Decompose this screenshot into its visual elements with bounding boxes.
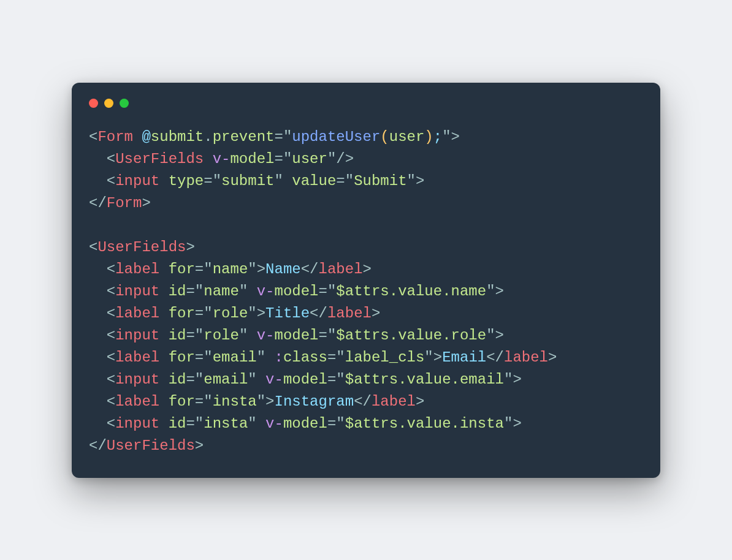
- code-token-paren: (: [380, 129, 389, 145]
- code-token-punct: >: [433, 349, 442, 366]
- code-token-punct: </: [89, 437, 107, 454]
- code-token-punct: ": [407, 173, 416, 189]
- code-token-punct: <: [107, 327, 115, 344]
- code-token-string: $attrs.value.role: [336, 327, 486, 344]
- code-token-tag: UserFields: [107, 437, 195, 454]
- code-token-plain: [248, 283, 256, 300]
- code-token-plain: [283, 173, 292, 189]
- code-token-kw: v-: [265, 415, 283, 432]
- code-token-punct: <: [107, 305, 115, 322]
- code-token-string: email: [204, 371, 248, 388]
- code-token-string: $attrs.value.name: [336, 283, 486, 300]
- code-token-attr: id: [169, 415, 186, 432]
- code-token-attr: for: [169, 349, 195, 366]
- code-token-string: user: [292, 151, 327, 167]
- code-token-tag: label: [115, 349, 159, 366]
- code-token-tag: label: [115, 305, 159, 322]
- code-token-punct: ": [248, 415, 256, 432]
- code-token-punct: =: [186, 415, 194, 432]
- code-token-plain: [204, 151, 212, 167]
- code-token-tag: label: [372, 393, 416, 410]
- code-token-punct: <: [107, 371, 115, 388]
- code-token-tag: input: [115, 371, 159, 388]
- code-token-punct: <: [107, 415, 115, 432]
- code-token-plain: [159, 305, 168, 322]
- code-token-punct: ": [204, 305, 212, 322]
- code-token-string: role: [213, 305, 248, 322]
- code-token-tag: label: [327, 305, 372, 322]
- code-token-attr: id: [169, 283, 186, 300]
- code-token-punct: ": [195, 327, 204, 344]
- code-token-kw: :: [275, 349, 283, 366]
- code-token-content: Email: [442, 349, 486, 366]
- code-token-punct: ": [327, 151, 336, 167]
- code-token-paren: ): [424, 129, 433, 145]
- code-token-punct: >: [257, 305, 265, 322]
- code-token-punct: =: [195, 349, 204, 366]
- minimize-icon[interactable]: [104, 99, 113, 108]
- code-token-string: $attrs.value.insta: [345, 415, 504, 432]
- close-icon[interactable]: [89, 99, 98, 108]
- code-token-punct: ": [336, 415, 345, 432]
- code-token-plain: [159, 283, 168, 300]
- code-token-plain: [257, 371, 265, 388]
- code-token-tag: Form: [107, 195, 142, 211]
- code-token-plain: [159, 349, 168, 366]
- code-block: <Form @submit.prevent="updateUser(user);…: [89, 126, 643, 457]
- code-token-punct: =: [274, 151, 283, 167]
- code-token-punct: ": [204, 261, 212, 278]
- code-token-punct: =: [274, 129, 283, 145]
- code-token-punct: ": [257, 393, 265, 410]
- code-token-attr: value: [292, 173, 336, 189]
- code-token-kw: v-: [257, 327, 275, 344]
- code-token-punct: ": [504, 371, 513, 388]
- code-token-punct: <: [107, 349, 115, 366]
- code-token-punct: ": [213, 173, 221, 189]
- code-token-tag: input: [115, 173, 159, 189]
- code-token-plain: [159, 261, 168, 278]
- code-token-tag: label: [115, 393, 159, 410]
- code-token-punct: =: [327, 349, 336, 366]
- code-token-tag: label: [319, 261, 363, 278]
- window-traffic-lights: [89, 99, 643, 108]
- code-token-string: name: [213, 261, 248, 278]
- code-token-attr: id: [169, 371, 186, 388]
- code-token-plain: [257, 415, 265, 432]
- code-token-kw: v-: [257, 283, 275, 300]
- code-token-plain: [159, 371, 168, 388]
- code-token-punct: ": [327, 283, 336, 300]
- code-token-punct: ": [442, 129, 451, 145]
- code-window: <Form @submit.prevent="updateUser(user);…: [72, 83, 660, 478]
- code-token-punct: </: [89, 195, 107, 211]
- code-token-punct: >: [495, 283, 504, 300]
- code-token-tag: UserFields: [97, 239, 186, 255]
- code-token-attr: for: [169, 393, 195, 410]
- code-token-string: email: [213, 349, 257, 366]
- code-token-punct: >: [495, 327, 504, 344]
- code-token-plain: [265, 349, 274, 366]
- code-token-punct: ": [486, 327, 495, 344]
- code-token-punct: >: [416, 393, 424, 410]
- zoom-icon[interactable]: [120, 99, 129, 108]
- code-token-string: Submit: [354, 173, 406, 189]
- code-token-punct: .: [204, 129, 212, 145]
- code-token-tag: input: [115, 327, 159, 344]
- code-token-plain: [159, 415, 168, 432]
- code-token-attr: prevent: [213, 129, 275, 145]
- code-token-punct: =: [195, 261, 204, 278]
- code-token-punct: >: [513, 415, 521, 432]
- code-token-string: user: [389, 129, 425, 145]
- code-token-punct: <: [107, 151, 115, 167]
- code-token-punct: >: [416, 173, 424, 189]
- code-token-plain: [133, 129, 142, 145]
- code-token-punct: </: [310, 305, 327, 322]
- code-token-punct: >: [195, 437, 204, 454]
- code-token-tag: input: [115, 415, 159, 432]
- code-token-plain: [159, 173, 168, 189]
- code-token-punct: </: [486, 349, 504, 366]
- code-token-punct: >: [513, 371, 521, 388]
- code-token-punct: =: [327, 415, 336, 432]
- code-token-punct: =: [327, 371, 336, 388]
- code-token-punct: ": [283, 129, 292, 145]
- code-token-attr: model: [283, 415, 327, 432]
